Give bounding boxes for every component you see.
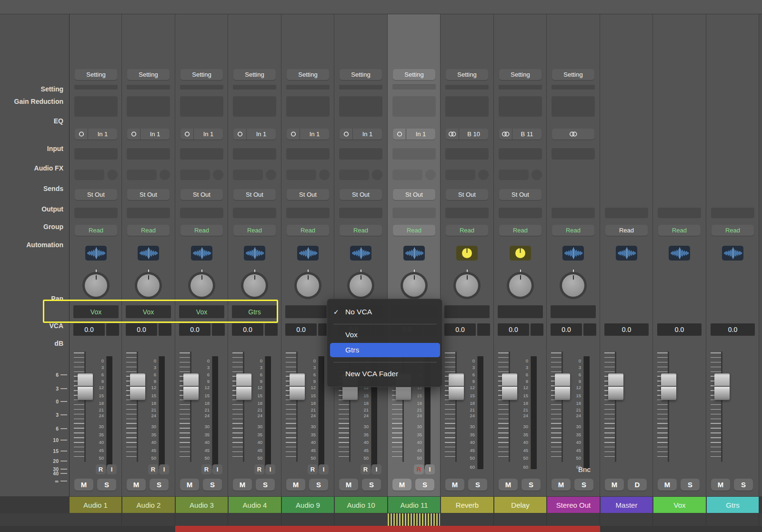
send-knob[interactable] (531, 170, 542, 180)
solo-button[interactable]: S (362, 479, 381, 491)
send-knob[interactable] (266, 170, 276, 180)
fader-track[interactable] (243, 351, 244, 462)
automation-mode-button[interactable]: Read (712, 225, 754, 236)
group-slot[interactable] (658, 208, 701, 218)
solo-button[interactable]: S (681, 479, 700, 491)
volume-db-value[interactable]: 0.0 (604, 323, 649, 336)
record-enable-button[interactable]: R (96, 464, 106, 474)
solo-button[interactable]: S (468, 479, 487, 491)
waveform-icon[interactable] (722, 246, 743, 261)
send-knob[interactable] (478, 170, 489, 180)
volume-fader[interactable] (183, 373, 199, 400)
track-name[interactable]: Vox (653, 497, 706, 513)
record-enable-button[interactable]: R (201, 464, 211, 474)
fader-track[interactable] (615, 351, 616, 462)
input-monitor-button[interactable]: I (159, 464, 169, 474)
mute-button[interactable]: M (233, 479, 252, 491)
record-enable-button[interactable]: R (148, 464, 158, 474)
fader-track[interactable] (137, 351, 138, 462)
solo-button[interactable]: S (256, 479, 275, 491)
input-monitor-button[interactable]: I (107, 464, 117, 474)
mute-button[interactable]: M (711, 479, 730, 491)
volume-fader[interactable] (78, 373, 93, 400)
track-name[interactable]: Delay (494, 497, 546, 513)
menu-item-gtrs-highlighted[interactable]: Gtrs (330, 343, 440, 357)
track-name[interactable]: Reverb (441, 497, 493, 513)
input-monitor-button[interactable]: I (371, 464, 381, 474)
send-knob[interactable] (213, 170, 223, 180)
fader-track[interactable] (509, 351, 510, 462)
group-slot[interactable] (605, 208, 648, 218)
record-enable-button[interactable]: R (254, 464, 264, 474)
track-name[interactable]: Master (601, 497, 652, 513)
record-enable-button[interactable]: R (361, 464, 371, 474)
track-name[interactable]: Audio 3 (176, 497, 228, 513)
input-monitor-button[interactable]: I (319, 464, 329, 474)
fader-track[interactable] (668, 351, 669, 462)
mute-button[interactable]: M (445, 479, 464, 491)
bounce-button[interactable]: Bnc (573, 464, 596, 474)
volume-fader[interactable] (608, 373, 623, 400)
send-knob[interactable] (372, 170, 382, 180)
track-name[interactable]: Audio 2 (122, 497, 175, 513)
volume-db-value[interactable]: 0.0 (657, 323, 702, 336)
volume-fader[interactable] (449, 373, 464, 400)
solo-button[interactable]: S (309, 479, 328, 491)
group-slot[interactable] (711, 208, 754, 218)
send-knob[interactable] (160, 170, 170, 180)
fader-track[interactable] (561, 351, 563, 462)
input-monitor-button[interactable]: I (265, 464, 275, 474)
volume-fader[interactable] (130, 373, 145, 400)
mute-button[interactable]: M (127, 479, 146, 491)
fader-track[interactable] (190, 351, 191, 462)
volume-fader[interactable] (502, 373, 517, 400)
record-enable-button[interactable]: R (308, 464, 318, 474)
volume-fader[interactable] (555, 373, 570, 400)
menu-item-no-vca[interactable]: ✓ No VCA (327, 305, 442, 319)
mute-button[interactable]: M (74, 479, 93, 491)
mute-button[interactable]: M (499, 479, 518, 491)
solo-button[interactable]: S (203, 479, 222, 491)
menu-item-new-vca-fader[interactable]: New VCA Fader (327, 367, 442, 381)
volume-fader[interactable] (290, 373, 305, 400)
waveform-icon[interactable] (669, 246, 690, 261)
track-name[interactable]: Stereo Out (547, 497, 600, 513)
track-name[interactable]: Audio 11 (388, 497, 440, 513)
fader-track[interactable] (84, 351, 86, 462)
volume-fader[interactable] (236, 373, 251, 400)
automation-mode-button[interactable]: Read (658, 225, 701, 236)
menu-item-vox[interactable]: Vox (327, 328, 442, 342)
fader-track[interactable] (721, 351, 722, 462)
solo-button[interactable]: S (574, 479, 593, 491)
send-knob[interactable] (319, 170, 330, 180)
track-name[interactable]: Audio 1 (70, 497, 121, 513)
solo-button[interactable]: S (97, 479, 116, 491)
volume-fader[interactable] (714, 373, 730, 400)
record-enable-button[interactable]: R (414, 464, 424, 474)
automation-mode-button[interactable]: Read (605, 225, 648, 236)
track-name[interactable]: Audio 4 (229, 497, 281, 513)
solo-button[interactable]: S (415, 479, 434, 491)
mute-button[interactable]: M (658, 479, 677, 491)
send-knob[interactable] (107, 170, 118, 180)
fader-track[interactable] (296, 351, 298, 462)
input-monitor-button[interactable]: I (212, 464, 222, 474)
mute-button[interactable]: M (605, 479, 624, 491)
waveform-icon[interactable] (616, 246, 637, 261)
track-name[interactable]: Gtrs (707, 497, 759, 513)
send-knob[interactable] (425, 170, 436, 180)
track-name[interactable]: Audio 9 (282, 497, 334, 513)
mute-button[interactable]: M (339, 479, 358, 491)
input-monitor-button[interactable]: I (425, 464, 435, 474)
volume-fader[interactable] (661, 373, 676, 400)
fader-track[interactable] (455, 351, 457, 462)
mute-button[interactable]: M (551, 479, 571, 491)
mute-button[interactable]: M (392, 479, 411, 491)
solo-button[interactable]: S (734, 479, 753, 491)
solo-button[interactable]: S (150, 479, 169, 491)
volume-db-value[interactable]: 0.0 (711, 323, 755, 336)
solo-button[interactable]: D (628, 479, 647, 491)
mute-button[interactable]: M (180, 479, 199, 491)
mute-button[interactable]: M (286, 479, 305, 491)
track-name[interactable]: Audio 10 (335, 497, 387, 513)
